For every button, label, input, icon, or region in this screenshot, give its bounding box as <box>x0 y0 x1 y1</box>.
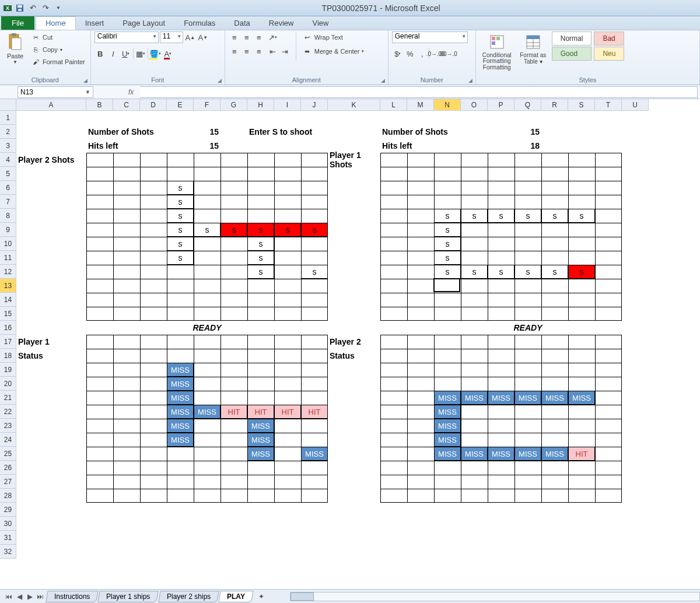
cell-C26[interactable] <box>113 461 140 475</box>
cell-I23[interactable] <box>274 419 301 433</box>
cell-Q25[interactable]: MISS <box>514 447 541 461</box>
cell-N21[interactable]: MISS <box>434 391 461 405</box>
number-format-combo[interactable]: General <box>392 31 468 43</box>
cell-J15[interactable] <box>301 307 328 321</box>
font-size-combo[interactable]: 11 <box>160 31 183 43</box>
cell-L2[interactable]: Number of Shots <box>380 125 488 139</box>
cell-J4[interactable] <box>301 153 328 167</box>
cell-R27[interactable] <box>541 475 568 489</box>
cell-L4[interactable] <box>380 153 407 167</box>
cell-L23[interactable] <box>380 419 407 433</box>
cell-P7[interactable] <box>488 195 514 209</box>
cell-L12[interactable] <box>380 265 407 279</box>
col-header-C[interactable]: C <box>113 99 140 111</box>
cell-C10[interactable] <box>113 237 140 251</box>
cell-C15[interactable] <box>113 307 140 321</box>
cell-I21[interactable] <box>274 391 301 405</box>
cell-G13[interactable] <box>220 279 247 293</box>
cell-F21[interactable] <box>194 391 220 405</box>
cell-S9[interactable] <box>568 223 595 237</box>
row-header-27[interactable]: 27 <box>0 475 16 489</box>
cell-F13[interactable] <box>194 279 220 293</box>
row-headers[interactable]: 1234567891011121314151617181920212223242… <box>0 111 16 559</box>
cell-M21[interactable] <box>407 391 434 405</box>
align-right-button[interactable]: ≡ <box>253 45 265 57</box>
cell-M8[interactable] <box>407 209 434 223</box>
cell-P17[interactable] <box>488 335 514 349</box>
cell-Q24[interactable] <box>514 433 541 447</box>
cell-B23[interactable] <box>86 419 113 433</box>
row-header-8[interactable]: 8 <box>0 209 16 223</box>
cell-O12[interactable]: s <box>461 265 488 279</box>
cell-L8[interactable] <box>380 209 407 223</box>
cell-P26[interactable] <box>488 461 514 475</box>
col-header-E[interactable]: E <box>167 99 194 111</box>
cell-N4[interactable] <box>434 153 461 167</box>
row-header-29[interactable]: 29 <box>0 503 16 517</box>
cell-F27[interactable] <box>194 475 220 489</box>
cell-B8[interactable] <box>86 209 113 223</box>
cell-O26[interactable] <box>461 461 488 475</box>
cell-N5[interactable] <box>434 167 461 181</box>
tab-insert[interactable]: Insert <box>76 16 114 30</box>
percent-button[interactable]: % <box>404 48 416 59</box>
cell-C6[interactable] <box>113 181 140 195</box>
cell-C13[interactable] <box>113 279 140 293</box>
cell-G15[interactable] <box>220 307 247 321</box>
cell-R8[interactable]: s <box>541 209 568 223</box>
cell-G23[interactable] <box>220 419 247 433</box>
cell-C14[interactable] <box>113 293 140 307</box>
cell-M12[interactable] <box>407 265 434 279</box>
cell-B18[interactable] <box>86 349 113 363</box>
format-painter-button[interactable]: 🖌Format Painter <box>29 56 87 68</box>
row-header-20[interactable]: 20 <box>0 377 16 391</box>
cell-T9[interactable] <box>595 223 622 237</box>
cell-F6[interactable] <box>194 181 220 195</box>
col-header-D[interactable]: D <box>140 99 167 111</box>
cell-J18[interactable] <box>301 349 328 363</box>
cell-L5[interactable] <box>380 167 407 181</box>
cell-M18[interactable] <box>407 349 434 363</box>
cell-P11[interactable] <box>488 251 514 265</box>
cell-D8[interactable] <box>140 209 167 223</box>
cell-S19[interactable] <box>568 363 595 377</box>
qat-dropdown-icon[interactable]: ▼ <box>52 2 64 14</box>
tab-formulas[interactable]: Formulas <box>174 16 225 30</box>
cell-T24[interactable] <box>595 433 622 447</box>
cell-T12[interactable] <box>595 265 622 279</box>
cell-O11[interactable] <box>461 251 488 265</box>
cell-Q9[interactable] <box>514 223 541 237</box>
cell-S4[interactable] <box>568 153 595 167</box>
cell-C9[interactable] <box>113 223 140 237</box>
cell-H5[interactable] <box>247 167 274 181</box>
cell-J21[interactable] <box>301 391 328 405</box>
cell-I10[interactable] <box>274 237 301 251</box>
cell-R12[interactable]: s <box>541 265 568 279</box>
cell-I15[interactable] <box>274 307 301 321</box>
cell-M23[interactable] <box>407 419 434 433</box>
cell-E19[interactable]: MISS <box>167 363 194 377</box>
col-header-R[interactable]: R <box>541 99 568 111</box>
cell-T18[interactable] <box>595 349 622 363</box>
cell-R5[interactable] <box>541 167 568 181</box>
cell-Q13[interactable] <box>514 279 541 293</box>
cell-D13[interactable] <box>140 279 167 293</box>
cell-B28[interactable] <box>86 489 113 503</box>
cell-H13[interactable] <box>247 279 274 293</box>
cell-E9[interactable]: s <box>167 223 194 237</box>
cell-P21[interactable]: MISS <box>488 391 514 405</box>
cell-I14[interactable] <box>274 293 301 307</box>
cell-I19[interactable] <box>274 363 301 377</box>
cell-I7[interactable] <box>274 195 301 209</box>
cell-L25[interactable] <box>380 447 407 461</box>
cell-F14[interactable] <box>194 293 220 307</box>
cell-A4[interactable]: Player 2 Shots <box>16 153 86 167</box>
cell-J8[interactable] <box>301 209 328 223</box>
style-bad[interactable]: Bad <box>594 31 624 45</box>
col-header-T[interactable]: T <box>595 99 622 111</box>
cell-G18[interactable] <box>220 349 247 363</box>
row-header-14[interactable]: 14 <box>0 293 16 307</box>
cell-D10[interactable] <box>140 237 167 251</box>
cell-O4[interactable] <box>461 153 488 167</box>
tab-view[interactable]: View <box>303 16 338 30</box>
